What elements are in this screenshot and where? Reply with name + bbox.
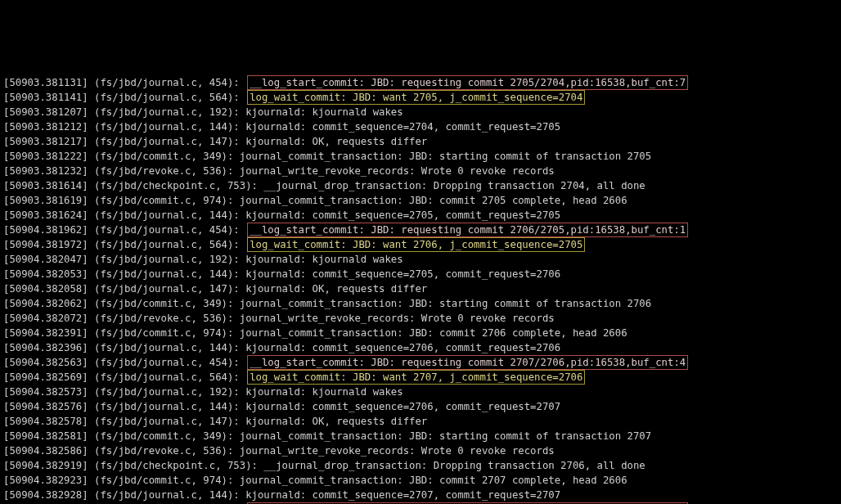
source-ref: (fs/jbd/journal.c, 192): bbox=[94, 254, 240, 265]
log-line: [50904.382581] (fs/jbd/commit.c, 349): j… bbox=[3, 429, 838, 443]
timestamp: [50904.382396] bbox=[3, 342, 88, 353]
timestamp: [50904.382919] bbox=[3, 460, 88, 471]
log-message: journal_commit_transaction: JBD: commit … bbox=[240, 327, 627, 339]
timestamp: [50903.381624] bbox=[3, 209, 88, 221]
source-ref: (fs/jbd/journal.c, 147): bbox=[94, 283, 240, 295]
source-ref: (fs/jbd/revoke.c, 536): bbox=[94, 445, 233, 457]
log-line: [50903.381217] (fs/jbd/journal.c, 147): … bbox=[3, 134, 838, 149]
source-ref: (fs/jbd/journal.c, 144): bbox=[94, 268, 240, 280]
source-ref: (fs/jbd/commit.c, 974): bbox=[94, 475, 233, 486]
source-ref: (fs/jbd/checkpoint.c, 753): bbox=[94, 460, 258, 471]
timestamp: [50903.381619] bbox=[3, 195, 88, 206]
timestamp: [50904.382047] bbox=[3, 254, 88, 265]
log-highlight-start-commit: __log_start_commit: JBD: requesting comm… bbox=[247, 223, 688, 237]
log-message: kjournald: commit_sequence=2706, commit_… bbox=[245, 401, 560, 412]
log-highlight-wait-commit: log_wait_commit: JBD: want 2707, j_commi… bbox=[247, 370, 585, 385]
timestamp: [50903.381232] bbox=[3, 165, 88, 177]
source-ref: (fs/jbd/journal.c, 192): bbox=[94, 386, 240, 398]
log-line: [50904.382928] (fs/jbd/journal.c, 144): … bbox=[3, 488, 838, 502]
log-message: kjournald: commit_sequence=2704, commit_… bbox=[245, 121, 560, 133]
log-highlight-wait-commit: log_wait_commit: JBD: want 2705, j_commi… bbox=[247, 90, 585, 105]
timestamp: [50904.382576] bbox=[3, 401, 88, 412]
log-highlight-start-commit: __log_start_commit: JBD: requesting comm… bbox=[247, 75, 688, 90]
log-line: [50904.382047] (fs/jbd/journal.c, 192): … bbox=[3, 252, 838, 267]
log-line: [50904.382391] (fs/jbd/commit.c, 974): j… bbox=[3, 326, 838, 340]
log-message: kjournald: commit_sequence=2707, commit_… bbox=[245, 489, 560, 501]
log-line: [50903.381614] (fs/jbd/checkpoint.c, 753… bbox=[3, 178, 838, 193]
log-highlight-start-commit: __log_start_commit: JBD: requesting comm… bbox=[247, 355, 688, 370]
log-line: [50903.381624] (fs/jbd/journal.c, 144): … bbox=[3, 208, 838, 223]
timestamp: [50904.382928] bbox=[3, 489, 88, 501]
source-ref: (fs/jbd/journal.c, 144): bbox=[94, 209, 240, 221]
source-ref: (fs/jbd/journal.c, 454): bbox=[94, 357, 240, 368]
log-line: [50904.382058] (fs/jbd/journal.c, 147): … bbox=[3, 281, 838, 296]
log-message: kjournald: commit_sequence=2705, commit_… bbox=[245, 209, 560, 221]
log-line: [50904.382578] (fs/jbd/journal.c, 147): … bbox=[3, 414, 838, 429]
log-message: __journal_drop_transaction: Dropping tra… bbox=[263, 180, 645, 191]
timestamp: [50903.381207] bbox=[3, 106, 88, 118]
log-line: [50904.381962] (fs/jbd/journal.c, 454): … bbox=[3, 223, 838, 237]
source-ref: (fs/jbd/journal.c, 564): bbox=[94, 371, 240, 383]
log-line: [50904.382919] (fs/jbd/checkpoint.c, 753… bbox=[3, 458, 838, 473]
log-message: journal_commit_transaction: JBD: startin… bbox=[240, 430, 651, 442]
log-line: [50904.382573] (fs/jbd/journal.c, 192): … bbox=[3, 385, 838, 399]
source-ref: (fs/jbd/journal.c, 192): bbox=[94, 106, 240, 118]
log-line: [50903.381141] (fs/jbd/journal.c, 564): … bbox=[3, 90, 838, 105]
timestamp: [50904.382058] bbox=[3, 283, 88, 295]
timestamp: [50903.381222] bbox=[3, 151, 88, 162]
source-ref: (fs/jbd/journal.c, 564): bbox=[94, 239, 240, 250]
log-message: kjournald: kjournald wakes bbox=[245, 106, 403, 118]
log-line: [50904.382396] (fs/jbd/journal.c, 144): … bbox=[3, 340, 838, 355]
log-line: [50903.381619] (fs/jbd/commit.c, 974): j… bbox=[3, 193, 838, 208]
timestamp: [50903.381141] bbox=[3, 92, 88, 103]
timestamp: [50904.381972] bbox=[3, 239, 88, 250]
log-message: __journal_drop_transaction: Dropping tra… bbox=[263, 460, 645, 471]
log-line: [50903.381212] (fs/jbd/journal.c, 144): … bbox=[3, 119, 838, 134]
log-message: journal_commit_transaction: JBD: startin… bbox=[240, 298, 651, 309]
source-ref: (fs/jbd/journal.c, 144): bbox=[94, 121, 240, 133]
timestamp: [50903.381614] bbox=[3, 180, 88, 191]
log-line: [50904.382062] (fs/jbd/commit.c, 349): j… bbox=[3, 296, 838, 311]
log-highlight-wait-commit: log_wait_commit: JBD: want 2706, j_commi… bbox=[247, 237, 585, 252]
source-ref: (fs/jbd/commit.c, 349): bbox=[94, 430, 233, 442]
timestamp: [50904.381962] bbox=[3, 224, 88, 236]
log-message: kjournald: kjournald wakes bbox=[245, 254, 403, 265]
log-message: journal_commit_transaction: JBD: startin… bbox=[240, 151, 651, 162]
terminal-output[interactable]: [50903.381131] (fs/jbd/journal.c, 454): … bbox=[0, 74, 841, 504]
source-ref: (fs/jbd/revoke.c, 536): bbox=[94, 313, 233, 324]
timestamp: [50904.382563] bbox=[3, 357, 88, 368]
log-message: journal_commit_transaction: JBD: commit … bbox=[240, 475, 627, 486]
log-message: kjournald: OK, requests differ bbox=[245, 283, 427, 295]
log-line: [50904.382576] (fs/jbd/journal.c, 144): … bbox=[3, 399, 838, 414]
log-message: journal_commit_transaction: JBD: commit … bbox=[240, 195, 627, 206]
timestamp: [50904.382053] bbox=[3, 268, 88, 280]
source-ref: (fs/jbd/journal.c, 454): bbox=[94, 77, 240, 88]
log-line: [50904.382923] (fs/jbd/commit.c, 974): j… bbox=[3, 473, 838, 488]
log-line: [50903.381207] (fs/jbd/journal.c, 192): … bbox=[3, 105, 838, 119]
timestamp: [50904.382578] bbox=[3, 416, 88, 427]
log-line: [50904.382586] (fs/jbd/revoke.c, 536): j… bbox=[3, 443, 838, 458]
timestamp: [50904.382586] bbox=[3, 445, 88, 457]
timestamp: [50903.381217] bbox=[3, 136, 88, 147]
log-line: [50904.381972] (fs/jbd/journal.c, 564): … bbox=[3, 237, 838, 252]
timestamp: [50904.382391] bbox=[3, 327, 88, 339]
source-ref: (fs/jbd/commit.c, 349): bbox=[94, 151, 233, 162]
timestamp: [50904.382072] bbox=[3, 313, 88, 324]
source-ref: (fs/jbd/journal.c, 144): bbox=[94, 342, 240, 353]
source-ref: (fs/jbd/commit.c, 974): bbox=[94, 195, 233, 206]
source-ref: (fs/jbd/journal.c, 454): bbox=[94, 224, 240, 236]
timestamp: [50903.381212] bbox=[3, 121, 88, 133]
source-ref: (fs/jbd/checkpoint.c, 753): bbox=[94, 180, 258, 191]
source-ref: (fs/jbd/revoke.c, 536): bbox=[94, 165, 233, 177]
log-line: [50903.381131] (fs/jbd/journal.c, 454): … bbox=[3, 75, 838, 90]
log-line: [50903.381232] (fs/jbd/revoke.c, 536): j… bbox=[3, 164, 838, 178]
log-line: [50904.382563] (fs/jbd/journal.c, 454): … bbox=[3, 355, 838, 370]
log-line: [50904.382072] (fs/jbd/revoke.c, 536): j… bbox=[3, 311, 838, 326]
log-message: journal_write_revoke_records: Wrote 0 re… bbox=[240, 165, 555, 177]
timestamp: [50904.382581] bbox=[3, 430, 88, 442]
log-line: [50904.382053] (fs/jbd/journal.c, 144): … bbox=[3, 267, 838, 281]
log-message: journal_write_revoke_records: Wrote 0 re… bbox=[240, 313, 555, 324]
timestamp: [50903.381131] bbox=[3, 77, 88, 88]
log-line: [50904.382569] (fs/jbd/journal.c, 564): … bbox=[3, 370, 838, 385]
timestamp: [50904.382569] bbox=[3, 371, 88, 383]
